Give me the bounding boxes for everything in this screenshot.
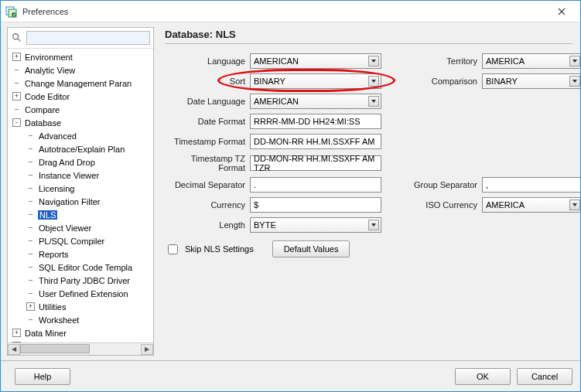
svg-point-2 [12, 12, 16, 17]
tree-leaf-icon [26, 158, 35, 166]
label-date-language: Date Language [165, 97, 250, 106]
comparison-select[interactable]: BINARY [482, 73, 580, 89]
expand-icon[interactable]: + [12, 53, 21, 61]
tree-item[interactable]: PL/SQL Compiler [9, 234, 153, 247]
label-group-separator: Group Separator [405, 180, 482, 189]
tree-item-label: Analytic View [24, 66, 76, 75]
tree-item-label: PL/SQL Compiler [38, 237, 105, 246]
timestamp-format-input[interactable]: DD-MON-RR HH.MI.SSXFF AM [250, 134, 381, 149]
length-value: BYTE [254, 220, 276, 230]
help-button[interactable]: Help [15, 368, 70, 385]
right-pane: Database: NLS Language AMERICAN Territor… [157, 22, 580, 360]
territory-select[interactable]: AMERICA [482, 53, 580, 69]
tree-item-label: NLS [38, 210, 57, 220]
sort-select[interactable]: BINARY [250, 73, 381, 89]
tree-item[interactable]: +Code Editor [9, 90, 153, 103]
tree-item-label: Object Viewer [38, 223, 92, 233]
tree-item[interactable]: Autotrace/Explain Plan [9, 142, 153, 155]
label-territory: Territory [405, 56, 482, 66]
scroll-right-arrow[interactable]: ▶ [141, 344, 153, 355]
title-bar: Preferences [1, 1, 580, 22]
group-separator-input[interactable]: , [482, 177, 580, 193]
tree-item[interactable]: Reports [9, 247, 153, 261]
tree-leaf-icon [26, 263, 35, 271]
tree-item[interactable]: Third Party JDBC Driver [9, 274, 153, 287]
tree-item-label: Data Miner [24, 329, 67, 338]
tree-item[interactable]: Analytic View [9, 63, 153, 77]
currency-value: $ [254, 200, 258, 210]
skip-nls-checkbox[interactable] [168, 244, 178, 254]
window-title: Preferences [22, 7, 548, 16]
scroll-left-arrow[interactable]: ◀ [8, 344, 20, 355]
tree-item[interactable]: Navigation Filter [9, 195, 153, 208]
footer: Help OK Cancel [1, 360, 580, 391]
tree-item-label: Compare [24, 105, 60, 114]
tree-item[interactable]: +Utilities [9, 300, 153, 313]
tree-leaf-icon [26, 276, 35, 285]
tree-item-label: Instance Viewer [38, 171, 100, 180]
scroll-track[interactable] [20, 344, 141, 355]
tree-item[interactable]: NLS [9, 208, 153, 221]
tree-leaf-icon [12, 79, 21, 87]
expand-icon[interactable]: + [12, 329, 21, 337]
tree-item[interactable]: Drag And Drop [9, 155, 153, 169]
tree-horizontal-scrollbar[interactable]: ◀ ▶ [8, 343, 153, 355]
preferences-tree[interactable]: +EnvironmentAnalytic ViewChange Manageme… [8, 49, 153, 343]
tree-item-label: Navigation Filter [38, 197, 101, 206]
tree-leaf-icon [26, 223, 35, 232]
chevron-down-icon [368, 220, 379, 230]
skip-nls-label: Skip NLS Settings [185, 244, 254, 254]
date-format-input[interactable]: RRRR-MM-DD HH24:MI:SS [250, 114, 381, 129]
date-language-select[interactable]: AMERICAN [250, 94, 381, 109]
label-timestamp-tz-format: Timestamp TZ Format [165, 154, 250, 172]
cancel-button[interactable]: Cancel [517, 368, 572, 385]
label-timestamp-format: Timestamp Format [165, 137, 250, 146]
ok-button[interactable]: OK [455, 368, 511, 385]
tree-leaf-icon [26, 171, 35, 179]
tree-item-label: Change Management Paran [24, 79, 132, 88]
scroll-thumb[interactable] [20, 344, 90, 353]
tree-item[interactable]: User Defined Extension [9, 287, 153, 300]
tree-item[interactable]: Compare [9, 103, 153, 116]
expand-icon[interactable]: + [26, 302, 35, 311]
chevron-down-icon [569, 56, 580, 66]
tree-item[interactable]: SQL Editor Code Templa [9, 261, 153, 274]
tree-leaf-icon [12, 66, 21, 74]
search-input[interactable] [26, 31, 150, 45]
decimal-separator-input[interactable]: . [250, 177, 381, 193]
tree-item[interactable]: -Database [9, 116, 153, 129]
nls-form: Language AMERICAN Territory AMERICA Sort… [165, 53, 572, 233]
tree-item-label: Code Editor [24, 92, 70, 101]
tree-item[interactable]: +Data Miner [9, 326, 153, 339]
group-separator-value: , [486, 180, 488, 189]
left-pane: +EnvironmentAnalytic ViewChange Manageme… [7, 27, 154, 356]
chevron-down-icon [368, 76, 379, 87]
tree-item[interactable]: Worksheet [9, 313, 153, 326]
chevron-down-icon [368, 96, 379, 107]
default-values-button[interactable]: Default Values [272, 240, 350, 257]
language-value: AMERICAN [254, 56, 299, 66]
tree-item[interactable]: Licensing [9, 182, 153, 195]
tree-item[interactable]: Object Viewer [9, 221, 153, 234]
tree-leaf-icon [26, 289, 35, 298]
tree-item-label: Environment [24, 53, 73, 62]
body: +EnvironmentAnalytic ViewChange Manageme… [1, 22, 580, 360]
tree-item[interactable]: +Environment [9, 50, 153, 63]
search-icon [11, 32, 23, 44]
tree-item[interactable]: Instance Viewer [9, 169, 153, 182]
tree-item-label: User Defined Extension [38, 289, 129, 298]
tree-item[interactable]: Advanced [9, 129, 153, 142]
close-button[interactable] [548, 4, 576, 19]
tree-item-label: Drag And Drop [38, 158, 96, 167]
comparison-value: BINARY [486, 77, 518, 86]
iso-currency-select[interactable]: AMERICA [482, 197, 580, 213]
currency-input[interactable]: $ [250, 197, 381, 213]
expand-icon[interactable]: + [12, 92, 21, 101]
length-select[interactable]: BYTE [250, 217, 381, 233]
label-length: Length [165, 220, 250, 230]
language-select[interactable]: AMERICAN [250, 53, 381, 69]
label-comparison: Comparison [405, 77, 482, 86]
collapse-icon[interactable]: - [12, 118, 21, 127]
timestamp-tz-format-input[interactable]: DD-MON-RR HH.MI.SSXFF AM TZR [250, 155, 381, 171]
tree-item[interactable]: Change Management Paran [9, 77, 153, 90]
